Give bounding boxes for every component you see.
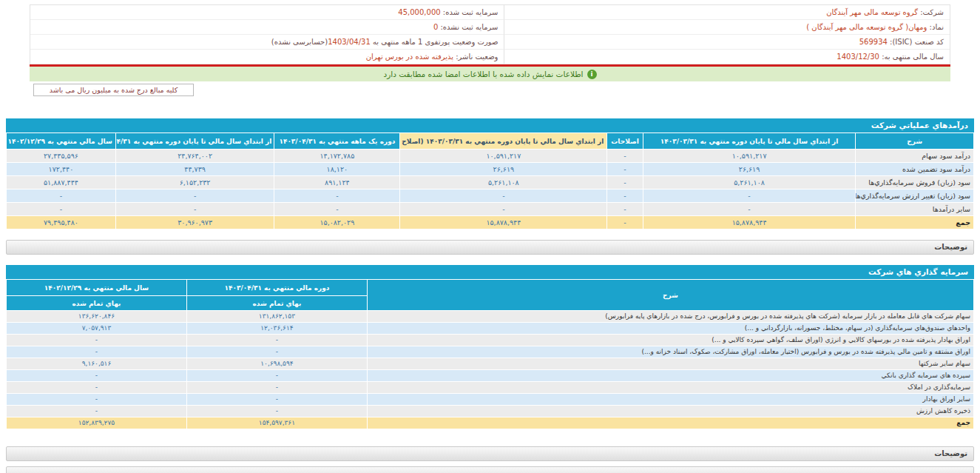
value-cell: ۲۶,۶۱۹ (643, 163, 856, 176)
value-cell: - (186, 335, 367, 346)
info-field-label: وضعیت ناشر: (453, 53, 498, 61)
value-cell: ۱۵۴,۵۹۷,۳۶۱ (186, 417, 367, 429)
value-cell: ۱۲,۰۳۶,۶۱۴ (186, 323, 367, 335)
row-label: ذخيره کاهش ارزش (367, 406, 973, 417)
value-cell: ۵,۲۶۱,۱۰۸ (400, 176, 607, 189)
table-row: سود (زيان) فروش سرمايه‌گذاري‌ها۵,۲۶۱,۱۰۸… (7, 176, 974, 189)
value-cell: - (186, 406, 367, 417)
operating-revenues-table: شرح از ابتداي سال مالي تا پایان دوره منت… (6, 132, 974, 229)
info-field-value: گروه توسعه مالی مهر آیندگان (826, 8, 918, 16)
table-row: درآمد سود سهام۱۰,۵۹۱,۲۱۷-۱۰,۵۹۱,۲۱۷۱۴,۱۷… (7, 150, 974, 163)
value-cell: - (186, 370, 367, 382)
value-cell: ۶,۱۵۲,۲۳۲ (115, 176, 274, 189)
spacer (0, 429, 980, 446)
column-header-ytd-prev: از ابتداي سال مالي تا پایان دوره منتهي ب… (643, 133, 856, 150)
row-label: درآمد سود سهام (856, 150, 974, 163)
spacer (0, 461, 980, 466)
value-cell: ۵۱,۸۸۷,۴۴۴ (7, 176, 116, 189)
value-cell: ۸۹۱,۱۲۴ (274, 176, 400, 189)
value-cell: - (7, 406, 187, 417)
table-row: اوراق بهادار پذيرفته شده در بورسهاي کالا… (7, 335, 974, 346)
value-cell: ۲۷,۴۳۵,۵۹۶ (7, 150, 116, 163)
notice-text: اطلاعات نمایش داده شده با اطلاعات امضا ش… (384, 70, 584, 78)
value-cell: ۱۰,۵۹۱,۲۱۷ (400, 150, 607, 163)
row-label: اوراق بهادار پذيرفته شده در بورسهاي کالا… (367, 335, 973, 346)
value-cell: ۷۹,۴۹۵,۴۸۰ (7, 216, 116, 229)
column-header-adjustments: اصلاحات (607, 133, 643, 150)
info-field-label: نماد: (927, 23, 944, 31)
row-label: ساير درآمدها (856, 203, 974, 216)
value-cell: ۱۴,۱۷۲,۷۸۵ (274, 150, 400, 163)
info-field: کد صنعت (ISIC): 569934 (504, 35, 950, 50)
value-cell: ۱۸,۱۲۰ (274, 163, 400, 176)
value-cell: - (7, 203, 116, 216)
value-cell: ۷,۰۵۷,۹۱۳ (7, 323, 187, 335)
table-row: واحدهاي صندوق‌هاي سرمايه‌گذاري (در سهام،… (7, 323, 974, 335)
info-field: نماد: ومهان( گروه توسعه مالی مهر آیندگان… (504, 20, 950, 35)
value-cell: - (607, 150, 643, 163)
row-label: سهام شرکت هاي قابل معامله در بازار سرماي… (367, 311, 973, 323)
table-row: سهام شرکت هاي قابل معامله در بازار سرماي… (7, 311, 974, 323)
units-note-row: کلیه مبالغ درج شده به میلیون ریال می باش… (0, 81, 980, 98)
table-row: درآمد سود تضمين شده۲۶,۶۱۹-۲۶,۶۱۹۱۸,۱۲۰۴۴… (7, 163, 974, 176)
value-cell: - (274, 203, 400, 216)
info-field-value: 45,000,000 (398, 8, 440, 16)
value-cell: - (186, 346, 367, 358)
value-cell: - (607, 216, 643, 229)
column-header-one-month: دوره يک ماهه منتهي به ۱۴۰۳/۰۴/۳۱ (274, 133, 400, 150)
spacer (0, 229, 980, 240)
value-cell: - (186, 382, 367, 394)
info-field: وضعیت ناشر: پذیرفته شده در بورس تهران (30, 50, 504, 64)
row-label: جمع (856, 216, 974, 229)
info-field: سرمایه ثبت نشده: 0 (30, 20, 504, 35)
info-field: سال مالی منتهی به: 1403/12/30 (504, 50, 950, 64)
company-info-grid: شرکت: گروه توسعه مالی مهر آیندگانسرمایه … (30, 4, 950, 64)
value-cell: - (7, 370, 187, 382)
operating-revenues-body: درآمد سود سهام۱۰,۵۹۱,۲۱۷-۱۰,۵۹۱,۲۱۷۱۴,۱۷… (7, 150, 974, 229)
table-row: سپرده هاي سرمايه گذاري بانکي-- (7, 370, 974, 382)
next-section-bar (6, 466, 974, 473)
notes-panel-2[interactable]: توضیحات (6, 446, 974, 461)
row-label: سرمايه‌گذاري در املاک (367, 382, 973, 394)
info-field-value: ومهان( گروه توسعه مالی مهر آیندگان ) (806, 23, 927, 31)
row-label: سود (زيان) تغيير ارزش سرمايه‌گذاري‌ها (856, 189, 974, 203)
notes-panel-1[interactable]: توضیحات (6, 240, 974, 255)
table-row: ساير اوراق بهادار-- (7, 394, 974, 406)
value-cell: - (607, 189, 643, 203)
column-header-desc: شرح (367, 280, 973, 311)
investments-section: سرمايه گذاري هاي شرکت شرح دوره مالي منته… (6, 265, 974, 429)
column-header-ytd-current: از ابتداي سال مالي تا پایان دوره منتهي ب… (115, 133, 274, 150)
row-label: جمع (367, 417, 973, 429)
operating-revenues-section: درآمدهاي عملياتي شرکت شرح از ابتداي سال … (6, 118, 974, 229)
row-label: سپرده هاي سرمايه گذاري بانکي (367, 370, 973, 382)
table-row: سود (زيان) تغيير ارزش سرمايه‌گذاري‌ها---… (7, 189, 974, 203)
value-cell: - (643, 189, 856, 203)
value-cell: - (186, 394, 367, 406)
value-cell: ۹,۱۶۰,۵۱۶ (7, 358, 187, 370)
info-field-label: سرمایه ثبت شده: (441, 8, 499, 16)
row-label: سهام ساير شرکتها (367, 358, 973, 370)
column-header-desc: شرح (856, 133, 974, 150)
column-header-ytd-prev-adjusted: از ابتداي سال مالي تا پایان دوره منتهي ب… (400, 133, 607, 150)
value-cell: - (607, 203, 643, 216)
table-row: ساير درآمدها------ (7, 203, 974, 216)
row-label: سود (زيان) فروش سرمايه‌گذاري‌ها (856, 176, 974, 189)
info-icon: i (587, 70, 597, 79)
value-cell: ۱۵,۸۷۸,۹۴۴ (643, 216, 856, 229)
value-cell: - (7, 346, 187, 358)
table-header-row: شرح از ابتداي سال مالي تا پایان دوره منت… (7, 133, 974, 150)
value-cell: - (400, 203, 607, 216)
value-cell: - (7, 394, 187, 406)
value-cell: ۱۰,۶۹۸,۵۹۴ (186, 358, 367, 370)
table-row: سرمايه‌گذاري در املاک-- (7, 382, 974, 394)
row-label: واحدهاي صندوق‌هاي سرمايه‌گذاري (در سهام،… (367, 323, 973, 335)
table-row: ذخيره کاهش ارزش-- (7, 406, 974, 417)
info-field-label: صورت وضعیت پورتفوی 1 ماهه منتهی به (371, 38, 499, 46)
value-cell: ۵,۲۶۱,۱۰۸ (643, 176, 856, 189)
investments-title: سرمايه گذاري هاي شرکت (6, 265, 974, 279)
subcolumn-cost: بهاي تمام شده (186, 296, 367, 311)
value-cell: - (115, 189, 274, 203)
value-cell: ۲۶,۶۱۹ (400, 163, 607, 176)
table-total-row: جمع۱۵۴,۵۹۷,۳۶۱۱۵۲,۸۳۹,۲۷۵ (7, 417, 974, 429)
value-cell: ۱۵,۰۸۲,۰۲۹ (274, 216, 400, 229)
